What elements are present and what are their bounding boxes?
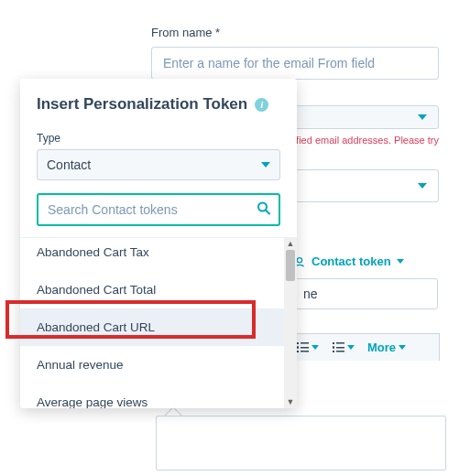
- bullet-list-icon: [296, 342, 309, 352]
- contact-token-button[interactable]: Contact token: [293, 254, 404, 268]
- numbered-list-icon: [332, 342, 344, 352]
- token-item[interactable]: Abandoned Cart Tax: [20, 237, 284, 271]
- personalization-token-modal: Insert Personalization Token i Type Cont…: [20, 79, 297, 408]
- scroll-thumb[interactable]: [286, 250, 295, 281]
- info-icon[interactable]: i: [255, 98, 268, 112]
- from-name-label: From name *: [151, 26, 439, 39]
- chevron-down-icon: [399, 345, 406, 350]
- chevron-down-icon: [418, 183, 427, 189]
- scroll-down-icon[interactable]: ▼: [287, 396, 295, 408]
- token-item[interactable]: Abandoned Cart URL: [20, 308, 284, 346]
- contact-token-label: Contact token: [311, 254, 391, 268]
- chevron-down-icon: [347, 345, 355, 350]
- token-item[interactable]: Average page views: [20, 384, 284, 408]
- more-label: More: [367, 341, 396, 354]
- search-input[interactable]: [37, 193, 280, 226]
- type-value: Contact: [47, 157, 91, 172]
- editor-area[interactable]: [156, 416, 446, 471]
- token-item[interactable]: Annual revenue: [20, 346, 284, 384]
- chevron-down-icon: [418, 114, 427, 120]
- scroll-up-icon[interactable]: ▲: [287, 238, 295, 250]
- numbered-list-button[interactable]: [332, 342, 355, 352]
- token-item[interactable]: Abandoned Cart Total: [20, 271, 284, 308]
- chevron-down-icon: [311, 345, 319, 350]
- svg-point-0: [297, 257, 301, 262]
- svg-line-2: [266, 211, 269, 214]
- subject-input[interactable]: [293, 278, 438, 309]
- bullet-list-button[interactable]: [296, 342, 319, 352]
- type-select[interactable]: Contact: [37, 149, 280, 180]
- chevron-down-icon: [397, 259, 404, 264]
- scrollbar[interactable]: ▲ ▼: [284, 238, 297, 408]
- modal-title: Insert Personalization Token: [37, 95, 247, 114]
- search-icon: [257, 201, 271, 219]
- token-list: Abandoned Cart TaxAbandoned Cart TotalAb…: [20, 237, 297, 408]
- type-label: Type: [37, 132, 280, 145]
- chevron-down-icon: [261, 162, 270, 168]
- more-button[interactable]: More: [367, 341, 406, 354]
- editor-toolbar: More: [289, 333, 440, 361]
- from-name-input[interactable]: [151, 47, 439, 80]
